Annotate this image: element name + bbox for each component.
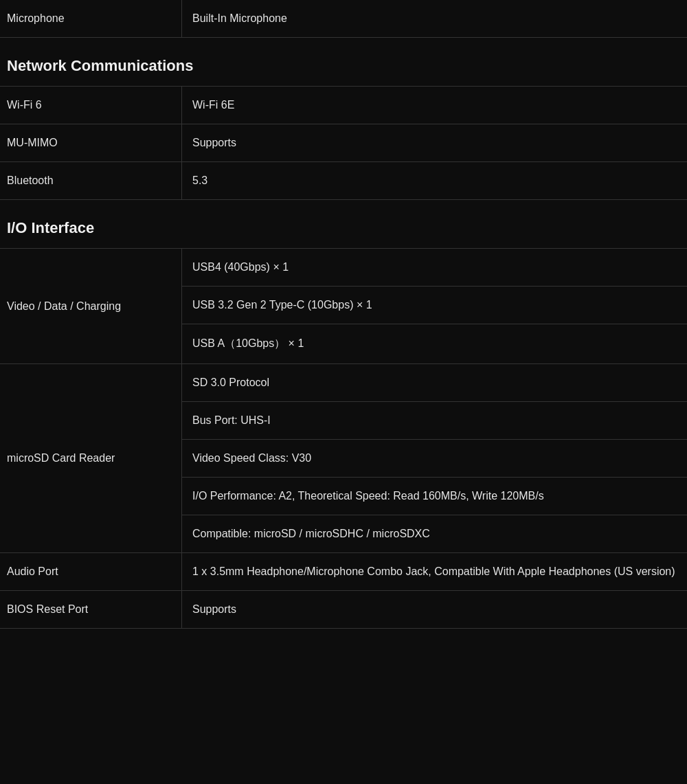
spec-values-io-interface-1: SD 3.0 ProtocolBus Port: UHS-IVideo Spee… bbox=[182, 364, 687, 552]
microphone-row: Microphone Built-In Microphone bbox=[0, 0, 687, 38]
spec-value-io-interface-1-2: Video Speed Class: V30 bbox=[182, 440, 687, 478]
spec-values-network-communications-1: Supports bbox=[182, 124, 687, 161]
spec-value-io-interface-2-0: 1 x 3.5mm Headphone/Microphone Combo Jac… bbox=[182, 553, 687, 590]
spec-label-io-interface-0: Video / Data / Charging bbox=[0, 249, 182, 363]
spec-values-network-communications-2: 5.3 bbox=[182, 162, 687, 199]
spec-label-io-interface-2: Audio Port bbox=[0, 553, 182, 590]
spec-label-network-communications-0: Wi-Fi 6 bbox=[0, 87, 182, 124]
sections-container: Network CommunicationsWi-Fi 6Wi-Fi 6EMU-… bbox=[0, 38, 687, 629]
spec-label-io-interface-1: microSD Card Reader bbox=[0, 364, 182, 552]
spec-value-io-interface-1-3: I/O Performance: A2, Theoretical Speed: … bbox=[182, 478, 687, 515]
spec-row-io-interface-0: Video / Data / ChargingUSB4 (40Gbps) × 1… bbox=[0, 249, 687, 364]
microphone-label: Microphone bbox=[0, 0, 182, 37]
spec-value-io-interface-1-4: Compatible: microSD / microSDHC / microS… bbox=[182, 515, 687, 552]
spec-value-io-interface-1-1: Bus Port: UHS-I bbox=[182, 402, 687, 440]
spec-value-io-interface-0-1: USB 3.2 Gen 2 Type-C (10Gbps) × 1 bbox=[182, 287, 687, 324]
spec-label-network-communications-2: Bluetooth bbox=[0, 162, 182, 199]
spec-row-network-communications-1: MU-MIMOSupports bbox=[0, 124, 687, 162]
microphone-value: Built-In Microphone bbox=[182, 0, 687, 37]
spec-row-io-interface-1: microSD Card ReaderSD 3.0 ProtocolBus Po… bbox=[0, 364, 687, 553]
specs-container: Microphone Built-In Microphone Network C… bbox=[0, 0, 687, 629]
spec-value-io-interface-3-0: Supports bbox=[182, 591, 687, 628]
spec-values-io-interface-3: Supports bbox=[182, 591, 687, 628]
section-title-io-interface: I/O Interface bbox=[7, 219, 680, 237]
spec-value-network-communications-0-0: Wi-Fi 6E bbox=[182, 87, 687, 124]
spec-row-network-communications-0: Wi-Fi 6Wi-Fi 6E bbox=[0, 87, 687, 124]
section-header-network-communications: Network Communications bbox=[0, 38, 687, 87]
spec-row-io-interface-3: BIOS Reset PortSupports bbox=[0, 591, 687, 629]
spec-label-io-interface-3: BIOS Reset Port bbox=[0, 591, 182, 628]
spec-label-network-communications-1: MU-MIMO bbox=[0, 124, 182, 161]
spec-row-io-interface-2: Audio Port1 x 3.5mm Headphone/Microphone… bbox=[0, 553, 687, 591]
section-header-io-interface: I/O Interface bbox=[0, 200, 687, 249]
spec-values-network-communications-0: Wi-Fi 6E bbox=[182, 87, 687, 124]
spec-value-network-communications-2-0: 5.3 bbox=[182, 162, 687, 199]
spec-value-io-interface-0-2: USB A（10Gbps） × 1 bbox=[182, 324, 687, 363]
spec-value-io-interface-1-0: SD 3.0 Protocol bbox=[182, 364, 687, 402]
section-title-network-communications: Network Communications bbox=[7, 57, 680, 75]
spec-row-network-communications-2: Bluetooth5.3 bbox=[0, 162, 687, 200]
spec-values-io-interface-2: 1 x 3.5mm Headphone/Microphone Combo Jac… bbox=[182, 553, 687, 590]
spec-value-network-communications-1-0: Supports bbox=[182, 124, 687, 161]
spec-value-io-interface-0-0: USB4 (40Gbps) × 1 bbox=[182, 249, 687, 287]
spec-values-io-interface-0: USB4 (40Gbps) × 1USB 3.2 Gen 2 Type-C (1… bbox=[182, 249, 687, 363]
